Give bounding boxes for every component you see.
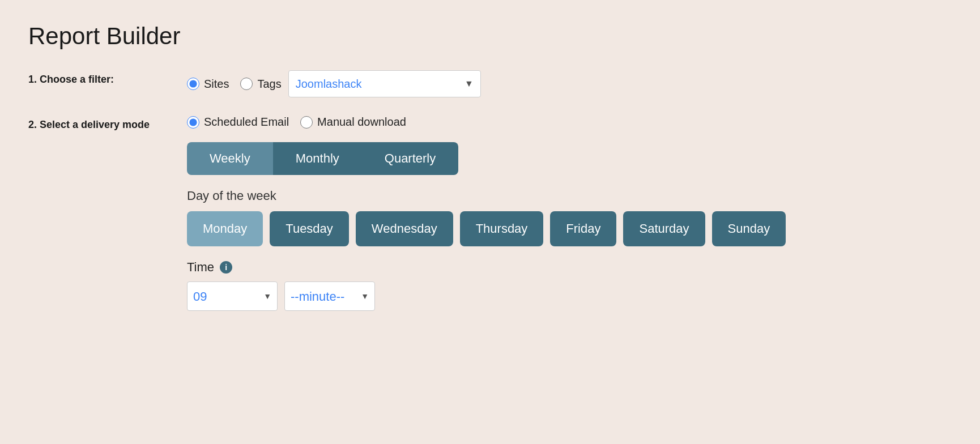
- manual-download-text: Manual download: [317, 116, 406, 129]
- scheduled-email-radio-label[interactable]: Scheduled Email: [187, 116, 289, 129]
- tuesday-button[interactable]: Tuesday: [270, 211, 349, 246]
- sites-radio-input[interactable]: [187, 78, 199, 90]
- time-label-row: Time i: [187, 260, 786, 275]
- monday-button[interactable]: Monday: [187, 211, 263, 246]
- saturday-button[interactable]: Saturday: [623, 211, 705, 246]
- wednesday-button[interactable]: Wednesday: [356, 211, 453, 246]
- manual-download-radio-input[interactable]: [300, 116, 313, 129]
- day-buttons-group: Monday Tuesday Wednesday Thursday Friday…: [187, 211, 786, 246]
- filter-radio-group: Sites Tags: [187, 78, 282, 91]
- frequency-tabs: Weekly Monthly Quarterly: [187, 142, 458, 175]
- thursday-button[interactable]: Thursday: [460, 211, 544, 246]
- sites-radio-text: Sites: [204, 78, 229, 91]
- delivery-label: 2. Select a delivery mode: [28, 116, 187, 131]
- time-info-icon[interactable]: i: [220, 261, 232, 274]
- minute-dropdown-arrow-icon: ▼: [361, 292, 369, 301]
- hour-dropdown-arrow-icon: ▼: [263, 292, 271, 301]
- minute-select[interactable]: --minute-- 00051015 20253035 40455055: [291, 289, 356, 304]
- tags-radio-input[interactable]: [240, 78, 253, 90]
- sunday-button[interactable]: Sunday: [712, 211, 786, 246]
- delivery-radio-group: Scheduled Email Manual download: [187, 116, 786, 129]
- day-of-week-label: Day of the week: [187, 189, 786, 203]
- scheduled-email-radio-input[interactable]: [187, 116, 199, 129]
- filter-label: 1. Choose a filter:: [28, 70, 187, 86]
- scheduled-email-text: Scheduled Email: [204, 116, 289, 129]
- minute-select-wrapper: --minute-- 00051015 20253035 40455055 ▼: [284, 281, 375, 311]
- time-inputs: 01020304 05060708 09101112 ▼ --minute-- …: [187, 281, 786, 311]
- weekly-tab[interactable]: Weekly: [187, 142, 273, 175]
- manual-download-radio-label[interactable]: Manual download: [300, 116, 406, 129]
- quarterly-tab[interactable]: Quarterly: [362, 142, 458, 175]
- page-title: Report Builder: [28, 23, 952, 50]
- sites-radio-label[interactable]: Sites: [187, 78, 229, 91]
- filter-dropdown-wrapper: Joomlashack All Sites Site 1 Site 2 ▼: [288, 70, 481, 97]
- day-of-week-section: Day of the week Monday Tuesday Wednesday…: [187, 189, 786, 246]
- hour-select-wrapper: 01020304 05060708 09101112 ▼: [187, 281, 278, 311]
- friday-button[interactable]: Friday: [550, 211, 616, 246]
- hour-select[interactable]: 01020304 05060708 09101112: [193, 289, 259, 304]
- filter-dropdown-select[interactable]: Joomlashack All Sites Site 1 Site 2: [296, 78, 460, 90]
- delivery-right-panel: Scheduled Email Manual download Weekly M…: [187, 116, 786, 311]
- tags-radio-text: Tags: [257, 78, 281, 91]
- dropdown-arrow-icon: ▼: [465, 79, 474, 89]
- tags-radio-label[interactable]: Tags: [240, 78, 281, 91]
- time-label: Time: [187, 260, 214, 275]
- monthly-tab[interactable]: Monthly: [273, 142, 362, 175]
- time-section: Time i 01020304 05060708 09101112 ▼ --mi…: [187, 260, 786, 311]
